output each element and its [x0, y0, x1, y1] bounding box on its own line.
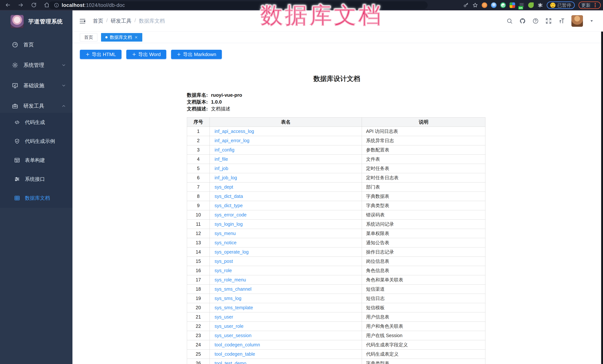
page-scrollbar[interactable] [601, 32, 603, 364]
info-value: 1.0.0 [211, 99, 222, 105]
table-name-link[interactable]: sys_role [215, 268, 232, 273]
table-name-link[interactable]: tool_codegen_column [215, 342, 260, 347]
address-bar[interactable]: localhost:1024/tool/db-doc [49, 1, 428, 9]
table-name-link[interactable]: sys_error_code [215, 212, 246, 217]
fullscreen-icon[interactable] [545, 18, 552, 24]
row-description: API 访问日志表 [362, 127, 485, 136]
extension-check-icon[interactable] [500, 2, 506, 8]
table-row: 18 sys_sms_channel 短信渠道 [187, 285, 485, 294]
sidebar-menu-item[interactable]: 基础设施 [0, 75, 72, 96]
extension-leaf-icon[interactable] [528, 2, 534, 8]
table-name-link[interactable]: sys_sms_channel [215, 287, 252, 292]
table-name-link[interactable]: sys_user_session [215, 333, 252, 338]
github-icon[interactable] [519, 18, 526, 24]
row-number: 26 [187, 359, 210, 364]
table-name-link[interactable]: sys_user [215, 314, 233, 320]
table-row: 25 tool_codegen_table 代码生成表定义 [187, 350, 485, 359]
table-name-link[interactable]: sys_dept [215, 184, 233, 189]
table-name-link[interactable]: sys_post [215, 259, 233, 264]
breadcrumb-item[interactable]: 首页 [93, 17, 103, 24]
sidebar-collapse-icon[interactable] [79, 18, 86, 24]
reload-icon[interactable] [31, 2, 37, 8]
document-info-line: 文档描述: 文档描述 [187, 105, 242, 112]
table-name-link[interactable]: sys_dict_data [215, 194, 243, 199]
info-label: 文档描述: [187, 106, 208, 111]
table-name-link[interactable]: sys_sms_log [215, 296, 242, 301]
table-name-link[interactable]: sys_sms_template [215, 305, 253, 310]
sidebar-submenu-item[interactable]: 数据库文档 [0, 188, 72, 208]
url-text[interactable]: localhost:1024/tool/db-doc [62, 2, 125, 8]
view-tag[interactable]: 数据库文档 [101, 33, 142, 42]
table-name-link[interactable]: inf_api_access_log [215, 129, 254, 134]
extensions-puzzle-icon[interactable] [537, 2, 543, 8]
gear-icon [12, 62, 18, 68]
table-name-link[interactable]: sys_dict_type [215, 203, 243, 208]
breadcrumb-item[interactable]: 研发工具 [111, 17, 131, 24]
profile-paused-badge[interactable]: 已暂停 [547, 1, 575, 9]
row-description: 字典类型表 [362, 359, 485, 364]
sidebar-submenu-item[interactable]: 表单构建 [0, 151, 72, 170]
table-name-link[interactable]: sys_notice [215, 240, 236, 245]
table-name-link[interactable]: sys_operate_log [215, 249, 249, 254]
browser-update-button[interactable]: 更新 ⋮ [579, 1, 601, 9]
table-name-link[interactable]: sys_role_menu [215, 277, 246, 282]
table-row: 9 sys_dict_type 字典类型表 [187, 201, 485, 210]
table-name-link[interactable]: sys_login_log [215, 221, 243, 227]
table-name-link[interactable]: tool_test_demo [215, 361, 246, 364]
row-description: 短信模板 [362, 303, 485, 312]
table-name-link[interactable]: inf_job [215, 166, 228, 171]
sidebar-submenu-item[interactable]: 代码生成 [0, 113, 72, 132]
sidebar-menu-item[interactable]: 系统管理 [0, 55, 72, 75]
table-name-link[interactable]: inf_file [215, 156, 228, 162]
row-description: 代码生成表定义 [362, 350, 485, 359]
row-number: 13 [187, 238, 210, 247]
password-key-icon[interactable] [463, 2, 469, 8]
update-label: 更新 [581, 2, 591, 8]
row-description: 用户信息表 [362, 312, 485, 322]
search-icon[interactable] [506, 18, 513, 24]
export-button[interactable]: 导出 Markdown [171, 50, 222, 59]
table-name-link[interactable]: inf_api_error_log [215, 138, 249, 143]
row-number: 4 [187, 155, 210, 164]
font-size-icon[interactable] [558, 18, 565, 24]
table-name-link[interactable]: sys_menu [215, 231, 236, 236]
row-description: 用户在线 Session [362, 331, 485, 340]
tag-close-icon[interactable] [134, 35, 138, 39]
sidebar-submenu-item[interactable]: 系统接口 [0, 170, 72, 188]
export-button[interactable]: 导出 HTML [80, 50, 121, 59]
extension-switch-icon[interactable]: on [519, 2, 524, 8]
forward-icon[interactable] [18, 2, 24, 8]
table-row: 13 sys_notice 通知公告表 [187, 238, 485, 247]
info-label: 数据库名: [187, 92, 208, 98]
back-icon[interactable] [5, 2, 11, 8]
table-name-link[interactable]: sys_user_role [215, 323, 244, 329]
table-row: 1 inf_api_access_log API 访问日志表 [187, 127, 485, 136]
table-header-row: 序号表名说明 [187, 118, 485, 127]
bookmark-star-icon[interactable] [472, 2, 478, 8]
breadcrumb-item[interactable]: 数据库文档 [139, 17, 165, 24]
extension-grid-icon[interactable] [510, 2, 515, 8]
document-info-line: 数据库名: ruoyi-vue-pro [187, 92, 242, 99]
row-number: 7 [187, 182, 210, 192]
app-title: 芋道管理系统 [28, 18, 63, 25]
user-avatar[interactable] [571, 15, 583, 27]
browser-menu-icon[interactable]: ⋮ [592, 2, 598, 8]
table-row: 14 sys_operate_log 操作日志记录 [187, 247, 485, 257]
sidebar-menu-item[interactable]: 首页 [0, 34, 72, 55]
table-name-link[interactable]: tool_codegen_table [215, 351, 255, 357]
table-name-link[interactable]: inf_job_log [215, 175, 237, 180]
sidebar-submenu-item[interactable]: 代码生成示例 [0, 132, 72, 151]
table-row: 15 sys_post 岗位信息表 [187, 257, 485, 266]
help-icon[interactable] [533, 18, 539, 24]
export-button[interactable]: 导出 Word [126, 50, 166, 59]
sidebar-menu-label: 基础设施 [23, 82, 44, 89]
sidebar-logo-row[interactable]: 芋道管理系统 [0, 11, 72, 28]
table-name-link[interactable]: inf_config [215, 147, 234, 152]
site-info-icon[interactable] [54, 3, 59, 8]
topbar-actions [506, 11, 594, 32]
extension-pin-icon[interactable] [491, 2, 497, 8]
toolbox-icon [12, 103, 18, 109]
view-tag[interactable]: 首页 [80, 33, 97, 41]
user-caret-down-icon[interactable] [590, 19, 594, 23]
extension-orange-icon[interactable] [482, 2, 487, 8]
